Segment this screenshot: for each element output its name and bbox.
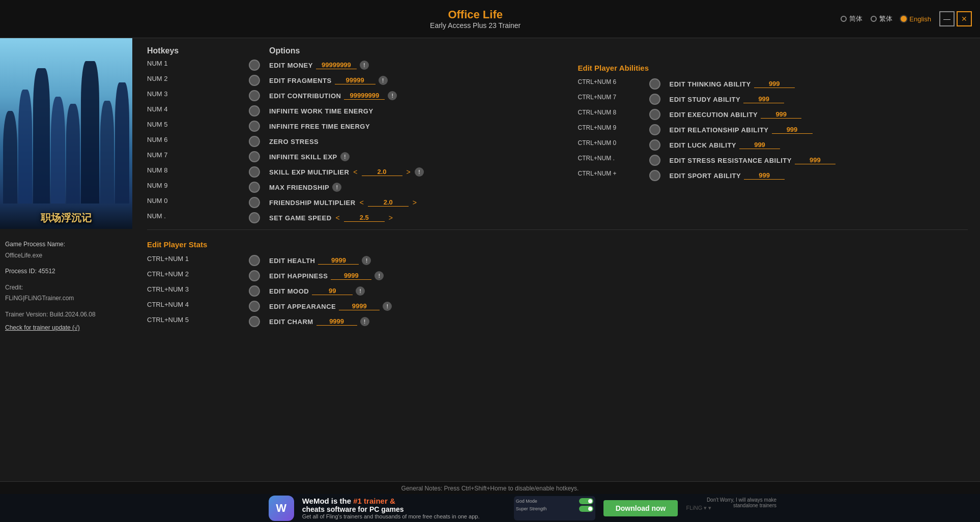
ability-value-2[interactable]: 999	[761, 110, 801, 119]
main-content: 职场浮沉记 Game Process Name: OfficeLife.exe …	[0, 38, 980, 481]
stat-info-1[interactable]: !	[374, 271, 384, 280]
column-headers: Hotkeys Options	[147, 46, 968, 55]
stat-value-4[interactable]: 9999	[316, 317, 357, 326]
stat-info-2[interactable]: !	[356, 286, 365, 296]
toggle-4[interactable]	[249, 121, 269, 132]
section-divider	[147, 229, 968, 230]
mock-row-2: Super Strength	[516, 506, 593, 512]
stat-toggle-0[interactable]	[249, 255, 269, 266]
game-image: 职场浮沉记	[0, 38, 132, 229]
info-icon-1[interactable]: !	[379, 76, 388, 85]
app-title: Office Life	[430, 8, 521, 21]
stat-value-0[interactable]: 9999	[318, 256, 359, 265]
credit-value: FLiNG|FLiNGTrainer.com	[5, 293, 130, 304]
arrow-left-9[interactable]: <	[359, 198, 365, 207]
option-value-9[interactable]: 2.0	[368, 198, 409, 207]
info-icon-2[interactable]: !	[388, 91, 397, 100]
stat-toggle-4[interactable]	[249, 316, 269, 327]
ability-toggle-2[interactable]	[649, 109, 670, 120]
stat-value-2[interactable]: 99	[312, 287, 353, 295]
toggle-6[interactable]	[249, 151, 269, 162]
arrow-left-10[interactable]: <	[335, 214, 341, 222]
option-label-10: SET GAME SPEED	[269, 214, 332, 222]
toggle-3[interactable]	[249, 105, 269, 117]
process-name-value: OfficeLife.exe	[5, 250, 130, 262]
process-id-label: Process ID: 45512	[5, 266, 130, 277]
option-label-5: ZERO STRESS	[269, 138, 319, 146]
option-row-6: INFINITE SKILL EXP!	[269, 151, 547, 162]
ability-hotkey-3: CTRL+NUM 9	[578, 124, 649, 135]
ability-label-5: EDIT STRESS RESISTANCE ABILITY	[670, 157, 792, 164]
ability-value-6[interactable]: 999	[744, 171, 785, 180]
option-value-0[interactable]: 99999999	[316, 61, 357, 69]
stat-info-3[interactable]: !	[383, 302, 392, 311]
toggle-5[interactable]	[249, 136, 269, 147]
ability-value-1[interactable]: 999	[743, 95, 784, 103]
ability-toggle-0[interactable]	[649, 78, 670, 90]
wemod-disclaimer: Don't Worry, I will always make standalo…	[685, 497, 776, 508]
stat-toggle-1[interactable]	[249, 270, 269, 281]
abilities-list: CTRL+NUM 6EDIT THINKING ABILITY999CTRL+N…	[578, 78, 968, 181]
ability-value-3[interactable]: 999	[772, 126, 813, 134]
toggle-9[interactable]	[249, 197, 269, 208]
arrow-right-7[interactable]: >	[406, 168, 412, 176]
wemod-title: WeMod is the #1 trainer &	[302, 497, 506, 505]
wemod-subtitle: cheats software for PC games	[302, 505, 506, 513]
stat-toggle-3[interactable]	[249, 301, 269, 312]
toggle-2[interactable]	[249, 90, 269, 101]
ability-toggle-6[interactable]	[649, 170, 670, 181]
ability-value-4[interactable]: 999	[739, 141, 780, 149]
minimize-button[interactable]: —	[939, 11, 955, 26]
title-center: Office Life Early Access Plus 23 Trainer	[430, 8, 521, 30]
bottom-bar: General Notes: Press Ctrl+Shift+Home to …	[0, 481, 980, 522]
info-icon-8[interactable]: !	[332, 183, 341, 192]
ability-toggle-1[interactable]	[649, 94, 670, 105]
option-label-0: EDIT MONEY	[269, 62, 313, 69]
ability-value-0[interactable]: 999	[754, 80, 795, 88]
option-row-4: INFINITE FREE TIME ENERGY	[269, 121, 547, 132]
ability-row-5: EDIT STRESS RESISTANCE ABILITY999	[670, 155, 968, 166]
close-button[interactable]: ✕	[957, 11, 972, 26]
option-label-6: INFINITE SKILL EXP	[269, 153, 337, 161]
options-list: NUM 1EDIT MONEY99999999!NUM 2EDIT FRAGME…	[147, 60, 547, 223]
arrow-left-7[interactable]: <	[352, 168, 358, 176]
arrow-right-9[interactable]: >	[412, 198, 418, 207]
hotkey-1: NUM 2	[147, 75, 249, 86]
hotkey-9: NUM 0	[147, 197, 249, 208]
ability-label-6: EDIT SPORT ABILITY	[670, 172, 741, 180]
hotkey-2: NUM 3	[147, 90, 249, 101]
lang-traditional[interactable]: 繁体	[871, 14, 892, 23]
toggle-10[interactable]	[249, 212, 269, 223]
ability-hotkey-1: CTRL+NUM 7	[578, 94, 649, 105]
lang-simplified[interactable]: 简体	[841, 14, 862, 23]
ability-label-0: EDIT THINKING ABILITY	[670, 80, 751, 88]
ability-toggle-5[interactable]	[649, 155, 670, 166]
ability-value-5[interactable]: 999	[795, 156, 835, 164]
stat-value-3[interactable]: 9999	[339, 302, 380, 310]
stat-info-0[interactable]: !	[362, 256, 371, 265]
lang-english[interactable]: English	[901, 15, 931, 23]
player-stats-section: Edit Player Stats CTRL+NUM 1EDIT HEALTH9…	[147, 236, 968, 327]
ability-toggle-4[interactable]	[649, 139, 670, 151]
wemod-description: Get all of Fling's trainers and thousand…	[302, 513, 506, 519]
stat-info-4[interactable]: !	[360, 317, 369, 326]
stat-value-1[interactable]: 9999	[331, 272, 371, 280]
option-value-7[interactable]: 2.0	[362, 168, 402, 176]
check-update-link[interactable]: Check for trainer update (√)	[5, 324, 80, 331]
arrow-right-10[interactable]: >	[388, 214, 394, 222]
toggle-0[interactable]	[249, 60, 269, 71]
option-row-10: SET GAME SPEED < 2.5 >	[269, 212, 547, 223]
option-value-1[interactable]: 99999	[335, 76, 376, 84]
toggle-8[interactable]	[249, 182, 269, 193]
option-row-2: EDIT CONTRIBUTION99999999!	[269, 90, 547, 101]
option-value-10[interactable]: 2.5	[344, 214, 385, 222]
info-icon-6[interactable]: !	[340, 152, 350, 161]
ability-toggle-3[interactable]	[649, 124, 670, 135]
option-value-2[interactable]: 99999999	[344, 92, 385, 100]
toggle-7[interactable]	[249, 166, 269, 178]
info-icon-0[interactable]: !	[360, 61, 369, 70]
info-icon-7[interactable]: !	[415, 167, 424, 177]
toggle-1[interactable]	[249, 75, 269, 86]
stat-toggle-2[interactable]	[249, 285, 269, 297]
download-button[interactable]: Download now	[603, 500, 678, 516]
